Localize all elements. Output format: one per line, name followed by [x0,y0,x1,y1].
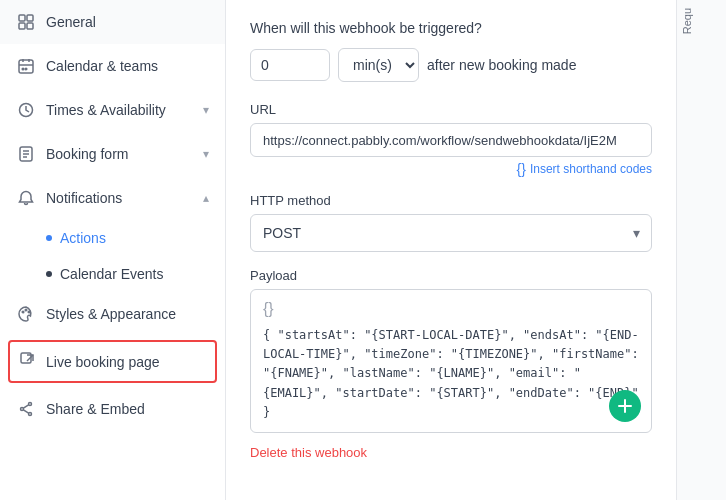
svg-rect-2 [19,23,25,29]
timing-row: min(s) after new booking made [250,48,652,82]
sidebar-item-styles-label: Styles & Appearance [46,306,209,322]
chevron-down-icon-2: ▾ [203,147,209,161]
right-panel-label: Requ [681,8,722,44]
sidebar-item-times-availability[interactable]: Times & Availability ▾ [0,88,225,132]
calendar-icon [16,56,36,76]
live-booking-page-wrapper: Live booking page [8,340,217,383]
svg-line-19 [27,355,33,361]
sidebar-item-share-embed[interactable]: Share & Embed [0,387,225,431]
payload-action-button[interactable] [609,390,641,422]
sidebar-item-booking-form-label: Booking form [46,146,193,162]
active-dot [46,235,52,241]
sidebar-item-styles-appearance[interactable]: Styles & Appearance [0,292,225,336]
grid-icon [16,12,36,32]
chevron-up-icon: ▴ [203,191,209,205]
svg-rect-4 [19,60,33,73]
sidebar-item-notifications[interactable]: Notifications ▴ [0,176,225,220]
sidebar-item-live-booking[interactable]: Live booking page [10,342,215,381]
sidebar-item-times-label: Times & Availability [46,102,193,118]
right-panel: Requ [676,0,726,500]
clock-icon [16,100,36,120]
http-select-wrapper: POST GET PUT PATCH DELETE ▾ [250,214,652,252]
shorthand-link[interactable]: {} Insert shorthand codes [250,161,652,177]
url-label: URL [250,102,652,117]
shorthand-icon: {} [517,161,526,177]
svg-point-15 [22,311,24,313]
sidebar-subitem-calendar-events-label: Calendar Events [60,266,164,282]
sidebar-item-booking-form[interactable]: Booking form ▾ [0,132,225,176]
svg-line-23 [23,405,28,408]
url-input-wrapper [250,123,652,157]
timing-unit-select[interactable]: min(s) [338,48,419,82]
payload-box: {} { "startsAt": "{START-LOCAL-DATE}", "… [250,289,652,433]
main-content: When will this webhook be triggered? min… [226,0,676,500]
palette-icon [16,304,36,324]
svg-rect-1 [27,15,33,21]
bell-icon [16,188,36,208]
sidebar-item-notifications-label: Notifications [46,190,193,206]
svg-point-22 [29,413,32,416]
braces-icon: {} [263,300,639,318]
sidebar-item-live-booking-label: Live booking page [46,354,160,370]
svg-point-16 [25,309,27,311]
svg-point-17 [28,311,30,313]
svg-rect-0 [19,15,25,21]
delete-webhook-link[interactable]: Delete this webhook [250,445,367,460]
sidebar: General Calendar & teams Times & Availab… [0,0,226,500]
share-icon [16,399,36,419]
payload-label: Payload [250,268,652,283]
svg-point-9 [25,68,27,70]
svg-point-21 [21,408,24,411]
svg-point-8 [22,68,24,70]
svg-point-20 [29,403,32,406]
dot-calendar-events [46,271,52,277]
chevron-down-icon: ▾ [203,103,209,117]
form-icon [16,144,36,164]
sidebar-item-calendar-teams[interactable]: Calendar & teams [0,44,225,88]
url-input[interactable] [263,133,639,148]
svg-line-24 [23,410,28,413]
sidebar-subitem-actions[interactable]: Actions [0,220,225,256]
timing-suffix: after new booking made [427,57,576,73]
shorthand-label: Insert shorthand codes [530,162,652,176]
sidebar-subitem-calendar-events[interactable]: Calendar Events [0,256,225,292]
sidebar-item-calendar-teams-label: Calendar & teams [46,58,209,74]
sidebar-item-share-embed-label: Share & Embed [46,401,209,417]
http-method-label: HTTP method [250,193,652,208]
timing-input[interactable] [250,49,330,81]
external-link-icon [20,352,36,371]
webhook-timing-label: When will this webhook be triggered? [250,20,652,36]
payload-text: { "startsAt": "{START-LOCAL-DATE}", "end… [263,326,639,422]
svg-rect-3 [27,23,33,29]
http-method-select[interactable]: POST GET PUT PATCH DELETE [250,214,652,252]
sidebar-item-general[interactable]: General [0,0,225,44]
sidebar-item-general-label: General [46,14,209,30]
sidebar-subitem-actions-label: Actions [60,230,106,246]
